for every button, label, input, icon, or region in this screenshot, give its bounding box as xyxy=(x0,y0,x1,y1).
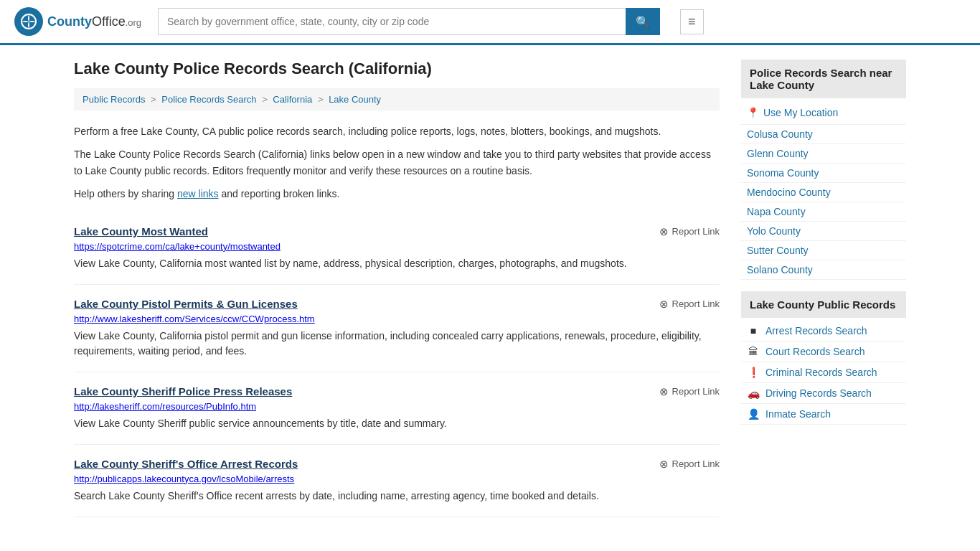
result-item: Lake County Most Wanted ⊗ Report Link ht… xyxy=(74,212,720,285)
report-icon: ⊗ xyxy=(659,298,669,311)
nearby-header: Police Records Search near Lake County xyxy=(741,60,906,98)
public-record-item: 🏛 Court Records Search xyxy=(741,342,906,362)
search-bar: 🔍 xyxy=(158,8,660,35)
report-link[interactable]: ⊗ Report Link xyxy=(659,225,720,238)
breadcrumb: Public Records > Police Records Search >… xyxy=(74,88,720,110)
nearby-section: Police Records Search near Lake County 📍… xyxy=(741,60,906,280)
breadcrumb-california[interactable]: California xyxy=(273,94,312,105)
report-link[interactable]: ⊗ Report Link xyxy=(659,385,720,398)
breadcrumb-sep-2: > xyxy=(262,94,270,105)
public-record-link[interactable]: Criminal Records Search xyxy=(765,367,877,378)
public-records-list: ■ Arrest Records Search 🏛 Court Records … xyxy=(741,321,906,425)
report-label: Report Link xyxy=(672,386,720,397)
result-header: Lake County Most Wanted ⊗ Report Link xyxy=(74,225,720,238)
report-icon: ⊗ xyxy=(659,385,669,398)
public-record-item: 👤 Inmate Search xyxy=(741,404,906,425)
description-area: Perform a free Lake County, CA public po… xyxy=(74,123,720,202)
logo-icon xyxy=(14,7,43,36)
report-label: Report Link xyxy=(672,226,720,237)
desc-3-prefix: Help others by sharing xyxy=(74,188,177,199)
result-url-link[interactable]: https://spotcrime.com/ca/lake+county/mos… xyxy=(74,241,281,252)
nearby-county-item: Glenn County xyxy=(741,144,906,164)
nearby-county-link[interactable]: Napa County xyxy=(747,206,806,217)
report-label: Report Link xyxy=(672,458,720,469)
record-icon: ■ xyxy=(747,325,760,336)
use-location-link[interactable]: Use My Location xyxy=(763,107,838,118)
report-link[interactable]: ⊗ Report Link xyxy=(659,458,720,471)
nearby-county-item: Colusa County xyxy=(741,125,906,144)
nearby-county-item: Sonoma County xyxy=(741,164,906,183)
result-item: Lake County Pistol Permits & Gun License… xyxy=(74,285,720,372)
menu-button[interactable]: ≡ xyxy=(680,9,704,34)
description-1: Perform a free Lake County, CA public po… xyxy=(74,123,720,139)
use-location[interactable]: 📍 Use My Location xyxy=(741,101,906,125)
nearby-county-link[interactable]: Colusa County xyxy=(747,128,813,140)
breadcrumb-public-records[interactable]: Public Records xyxy=(83,94,145,105)
result-url-link[interactable]: http://lakesheriff.com/resources/PubInfo… xyxy=(74,401,256,412)
result-url[interactable]: http://publicapps.lakecountyca.gov/lcsoM… xyxy=(74,474,720,484)
page-title: Lake County Police Records Search (Calif… xyxy=(74,60,720,78)
nearby-county-link[interactable]: Mendocino County xyxy=(747,187,831,198)
result-desc: View Lake County Sheriff public service … xyxy=(74,416,720,431)
result-title[interactable]: Lake County Sheriff's Office Arrest Reco… xyxy=(74,458,298,470)
nearby-county-item: Yolo County xyxy=(741,222,906,241)
nearby-county-link[interactable]: Glenn County xyxy=(747,148,809,159)
report-icon: ⊗ xyxy=(659,225,669,238)
record-icon: 🏛 xyxy=(747,346,760,357)
logo-text: CountyOffice.org xyxy=(47,14,141,29)
nearby-county-item: Sutter County xyxy=(741,241,906,260)
nearby-county-link[interactable]: Sutter County xyxy=(747,245,809,256)
description-2: The Lake County Police Records Search (C… xyxy=(74,146,720,179)
public-record-link[interactable]: Court Records Search xyxy=(765,346,865,357)
public-record-link[interactable]: Inmate Search xyxy=(765,408,831,420)
public-record-item: ■ Arrest Records Search xyxy=(741,321,906,342)
report-label: Report Link xyxy=(672,298,720,309)
result-url-link[interactable]: http://www.lakesheriff.com/Services/ccw/… xyxy=(74,314,315,324)
result-url[interactable]: http://www.lakesheriff.com/Services/ccw/… xyxy=(74,314,720,324)
result-title[interactable]: Lake County Sheriff Police Press Release… xyxy=(74,385,292,397)
public-record-link[interactable]: Driving Records Search xyxy=(765,387,872,399)
results-list: Lake County Most Wanted ⊗ Report Link ht… xyxy=(74,212,720,517)
nearby-county-link[interactable]: Sonoma County xyxy=(747,167,819,179)
search-button[interactable]: 🔍 xyxy=(626,8,660,35)
public-records-section: Lake County Public Records ■ Arrest Reco… xyxy=(741,291,906,425)
record-icon: 🚗 xyxy=(747,387,760,399)
public-record-item: ❗ Criminal Records Search xyxy=(741,362,906,383)
main-content: Lake County Police Records Search (Calif… xyxy=(74,60,720,517)
pin-icon: 📍 xyxy=(747,107,759,118)
result-title[interactable]: Lake County Pistol Permits & Gun License… xyxy=(74,298,298,310)
public-records-header: Lake County Public Records xyxy=(741,291,906,318)
result-header: Lake County Sheriff Police Press Release… xyxy=(74,385,720,398)
result-url-link[interactable]: http://publicapps.lakecountyca.gov/lcsoM… xyxy=(74,474,294,484)
record-icon: 👤 xyxy=(747,408,760,420)
description-3: Help others by sharing new links and rep… xyxy=(74,186,720,202)
result-desc: View Lake County, California most wanted… xyxy=(74,256,720,271)
logo[interactable]: CountyOffice.org xyxy=(14,7,143,36)
result-url[interactable]: https://spotcrime.com/ca/lake+county/mos… xyxy=(74,241,720,252)
breadcrumb-lake-county[interactable]: Lake County xyxy=(329,94,381,105)
nearby-counties-list: Colusa CountyGlenn CountySonoma CountyMe… xyxy=(741,125,906,280)
breadcrumb-sep-1: > xyxy=(151,94,159,105)
nearby-county-item: Mendocino County xyxy=(741,183,906,202)
result-item: Lake County Sheriff Police Press Release… xyxy=(74,372,720,445)
public-record-link[interactable]: Arrest Records Search xyxy=(765,325,867,336)
search-input[interactable] xyxy=(158,8,626,35)
nearby-county-link[interactable]: Solano County xyxy=(747,264,813,276)
report-link[interactable]: ⊗ Report Link xyxy=(659,298,720,311)
nearby-county-link[interactable]: Yolo County xyxy=(747,225,801,237)
result-desc: View Lake County, California pistol perm… xyxy=(74,329,720,359)
result-url[interactable]: http://lakesheriff.com/resources/PubInfo… xyxy=(74,401,720,412)
breadcrumb-sep-3: > xyxy=(318,94,326,105)
breadcrumb-police-records[interactable]: Police Records Search xyxy=(161,94,256,105)
public-record-item: 🚗 Driving Records Search xyxy=(741,383,906,404)
result-item: Lake County Sheriff's Office Arrest Reco… xyxy=(74,445,720,517)
result-header: Lake County Pistol Permits & Gun License… xyxy=(74,298,720,311)
sidebar: Police Records Search near Lake County 📍… xyxy=(741,60,906,517)
desc-3-suffix: and reporting broken links. xyxy=(219,188,340,199)
nearby-county-item: Solano County xyxy=(741,260,906,280)
record-icon: ❗ xyxy=(747,367,760,378)
report-icon: ⊗ xyxy=(659,458,669,471)
result-desc: Search Lake County Sheriff's Office rece… xyxy=(74,489,720,504)
new-links-link[interactable]: new links xyxy=(177,188,219,199)
result-title[interactable]: Lake County Most Wanted xyxy=(74,225,208,237)
